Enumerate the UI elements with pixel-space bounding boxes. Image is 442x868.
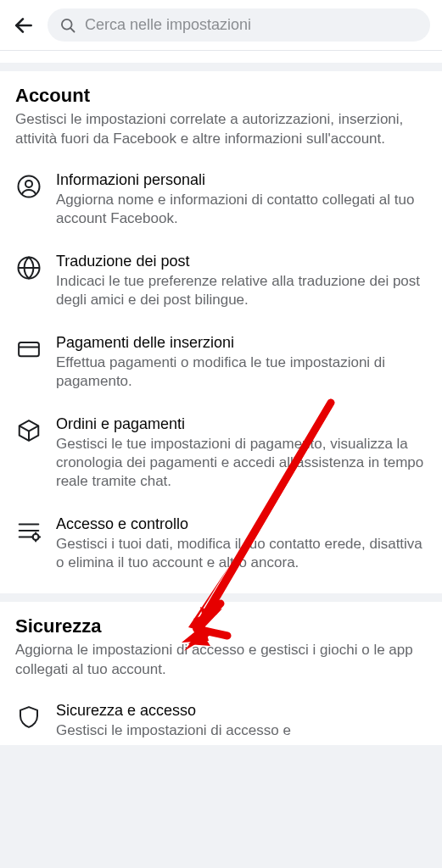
credit-card-icon bbox=[15, 336, 42, 363]
item-desc: Gestisci i tuoi dati, modifica il tuo co… bbox=[56, 535, 427, 573]
search-icon bbox=[59, 17, 76, 34]
item-desc: Effettua pagamenti o modifica le tue imp… bbox=[56, 353, 427, 392]
section-security: Sicurezza Aggiorna le impostazioni di ac… bbox=[0, 602, 442, 745]
item-title: Traduzione dei post bbox=[56, 253, 427, 270]
back-button[interactable] bbox=[12, 14, 36, 37]
user-circle-icon bbox=[15, 173, 42, 200]
arrow-left-icon bbox=[13, 14, 35, 36]
item-ad-payments[interactable]: Pagamenti delle inserzioni Effettua paga… bbox=[15, 326, 427, 407]
globe-icon bbox=[15, 254, 42, 281]
item-orders-payments[interactable]: Ordini e pagamenti Gestisci le tue impos… bbox=[15, 407, 427, 507]
section-title-security: Sicurezza bbox=[15, 615, 427, 637]
svg-line-2 bbox=[70, 27, 75, 31]
sliders-gear-icon bbox=[15, 517, 42, 544]
item-post-translation[interactable]: Traduzione dei post Indicaci le tue pref… bbox=[15, 244, 427, 326]
item-title: Pagamenti delle inserzioni bbox=[56, 334, 427, 352]
section-desc-account: Gestisci le impostazioni correlate a aut… bbox=[15, 110, 427, 149]
svg-rect-6 bbox=[19, 342, 39, 356]
item-title: Sicurezza e accesso bbox=[56, 702, 427, 720]
item-desc: Aggiorna nome e informazioni di contatto… bbox=[56, 191, 427, 229]
box-icon bbox=[15, 417, 42, 444]
section-account: Account Gestisci le impostazioni correla… bbox=[0, 71, 442, 593]
item-title: Ordini e pagamenti bbox=[56, 415, 427, 433]
item-desc: Gestisci le tue impostazioni di pagament… bbox=[56, 435, 427, 492]
item-personal-info[interactable]: Informazioni personali Aggiorna nome e i… bbox=[15, 163, 427, 244]
item-desc: Gestisci le impostazioni di accesso e bbox=[56, 721, 427, 740]
shield-icon bbox=[15, 704, 42, 731]
svg-point-4 bbox=[25, 181, 32, 187]
item-title: Informazioni personali bbox=[56, 171, 427, 189]
section-title-account: Account bbox=[15, 85, 427, 107]
item-security-access[interactable]: Sicurezza e accesso Gestisci le impostaz… bbox=[15, 693, 427, 740]
search-input[interactable] bbox=[85, 16, 418, 34]
item-title: Accesso e controllo bbox=[56, 515, 427, 533]
section-desc-security: Aggiorna le impostazioni di accesso e ge… bbox=[15, 641, 427, 680]
search-bar[interactable] bbox=[48, 8, 430, 42]
item-desc: Indicaci le tue preferenze relative alla… bbox=[56, 272, 427, 310]
item-access-control[interactable]: Accesso e controllo Gestisci i tuoi dati… bbox=[15, 507, 427, 588]
